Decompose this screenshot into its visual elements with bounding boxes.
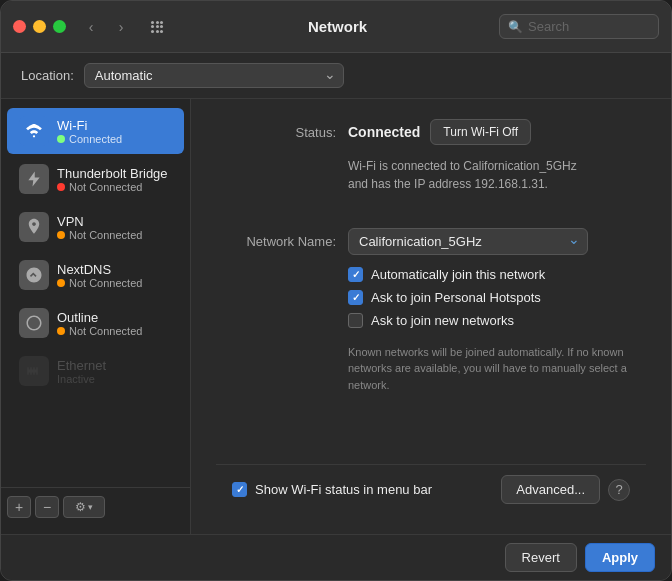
action-buttons-bar: Revert Apply xyxy=(1,534,671,580)
detail-panel: Status: Connected Turn Wi-Fi Off Wi-Fi i… xyxy=(191,99,671,534)
network-name-select[interactable]: Californication_5GHz xyxy=(348,228,588,255)
personal-hotspot-label: Ask to join Personal Hotspots xyxy=(371,290,541,305)
sidebar-thunderbolt-info: Thunderbolt Bridge Not Connected xyxy=(57,166,168,193)
check-mark: ✓ xyxy=(352,269,360,280)
window-title: Network xyxy=(176,18,499,35)
show-wifi-checkbox[interactable]: ✓ xyxy=(232,482,247,497)
thunderbolt-icon xyxy=(19,164,49,194)
revert-button[interactable]: Revert xyxy=(505,543,577,572)
sidebar-item-ethernet[interactable]: Ethernet Inactive xyxy=(7,348,184,394)
show-wifi-check: ✓ xyxy=(236,484,244,495)
show-wifi-label: Show Wi-Fi status in menu bar xyxy=(255,482,432,497)
forward-button[interactable]: › xyxy=(108,17,134,37)
titlebar: ‹ › Network 🔍 xyxy=(1,1,671,53)
sidebar-ethernet-info: Ethernet Inactive xyxy=(57,358,106,385)
advanced-button[interactable]: Advanced... xyxy=(501,475,600,504)
sidebar-outline-status: Not Connected xyxy=(57,325,142,337)
sidebar-vpn-info: VPN Not Connected xyxy=(57,214,142,241)
network-name-row: Network Name: Californication_5GHz xyxy=(216,228,646,255)
sidebar-item-outline[interactable]: Outline Not Connected xyxy=(7,300,184,346)
sidebar: Wi-Fi Connected Thunderbolt Bridge xyxy=(1,99,191,534)
new-networks-label: Ask to join new networks xyxy=(371,313,514,328)
wifi-status-dot xyxy=(57,135,65,143)
sidebar-vpn-status: Not Connected xyxy=(57,229,142,241)
vpn-status-dot xyxy=(57,231,65,239)
maximize-button[interactable] xyxy=(53,20,66,33)
spacer xyxy=(216,409,646,464)
checkboxes-section: ✓ Automatically join this network ✓ Ask … xyxy=(348,267,646,336)
ethernet-icon xyxy=(19,356,49,386)
back-button[interactable]: ‹ xyxy=(78,17,104,37)
vpn-icon xyxy=(19,212,49,242)
status-label: Status: xyxy=(216,125,336,140)
sidebar-nextdns-name: NextDNS xyxy=(57,262,142,277)
location-select[interactable]: Automatic Edit Locations... xyxy=(84,63,344,88)
outline-status-dot xyxy=(57,327,65,335)
status-description: Wi-Fi is connected to Californication_5G… xyxy=(348,157,646,212)
thunderbolt-status-dot xyxy=(57,183,65,191)
main-content: Wi-Fi Connected Thunderbolt Bridge xyxy=(1,99,671,534)
sidebar-wifi-info: Wi-Fi Connected xyxy=(57,118,122,145)
remove-network-button[interactable]: − xyxy=(35,496,59,518)
network-name-label: Network Name: xyxy=(216,234,336,249)
apps-grid-button[interactable] xyxy=(144,17,170,37)
gear-chevron: ▾ xyxy=(88,502,93,512)
sidebar-outline-name: Outline xyxy=(57,310,142,325)
wifi-icon xyxy=(19,116,49,146)
auto-join-row: ✓ Automatically join this network xyxy=(348,267,646,282)
help-button[interactable]: ? xyxy=(608,479,630,501)
network-settings-button[interactable]: ⚙ ▾ xyxy=(63,496,105,518)
network-name-select-wrapper: Californication_5GHz xyxy=(348,228,646,255)
location-select-wrapper: Automatic Edit Locations... xyxy=(84,63,344,88)
nav-buttons: ‹ › xyxy=(78,17,134,37)
minimize-button[interactable] xyxy=(33,20,46,33)
sidebar-vpn-name: VPN xyxy=(57,214,142,229)
known-networks-note: Known networks will be joined automatica… xyxy=(348,344,646,394)
nextdns-icon xyxy=(19,260,49,290)
sidebar-item-thunderbolt[interactable]: Thunderbolt Bridge Not Connected xyxy=(7,156,184,202)
network-window: ‹ › Network 🔍 Location: Automatic Edit L… xyxy=(0,0,672,581)
sidebar-wifi-status: Connected xyxy=(57,133,122,145)
sidebar-wifi-name: Wi-Fi xyxy=(57,118,122,133)
nextdns-status-dot xyxy=(57,279,65,287)
sidebar-outline-info: Outline Not Connected xyxy=(57,310,142,337)
personal-hotspot-checkbox[interactable]: ✓ xyxy=(348,290,363,305)
gear-icon: ⚙ xyxy=(75,500,86,514)
sidebar-item-nextdns[interactable]: NextDNS Not Connected xyxy=(7,252,184,298)
close-button[interactable] xyxy=(13,20,26,33)
add-network-button[interactable]: + xyxy=(7,496,31,518)
new-networks-checkbox[interactable] xyxy=(348,313,363,328)
status-row: Status: Connected Turn Wi-Fi Off xyxy=(216,119,646,145)
location-label: Location: xyxy=(21,68,74,83)
grid-icon xyxy=(151,21,163,33)
sidebar-item-vpn[interactable]: VPN Not Connected xyxy=(7,204,184,250)
sidebar-ethernet-status: Inactive xyxy=(57,373,106,385)
apply-button[interactable]: Apply xyxy=(585,543,655,572)
show-wifi-row: ✓ Show Wi-Fi status in menu bar xyxy=(232,482,501,497)
sidebar-thunderbolt-status: Not Connected xyxy=(57,181,168,193)
auto-join-checkbox[interactable]: ✓ xyxy=(348,267,363,282)
search-input[interactable] xyxy=(528,19,650,34)
traffic-lights xyxy=(13,20,66,33)
auto-join-label: Automatically join this network xyxy=(371,267,545,282)
sidebar-item-wifi[interactable]: Wi-Fi Connected xyxy=(7,108,184,154)
sidebar-nextdns-info: NextDNS Not Connected xyxy=(57,262,142,289)
search-icon: 🔍 xyxy=(508,20,523,34)
status-content: Connected Turn Wi-Fi Off xyxy=(348,119,646,145)
sidebar-ethernet-name: Ethernet xyxy=(57,358,106,373)
outline-icon xyxy=(19,308,49,338)
turn-wifi-off-button[interactable]: Turn Wi-Fi Off xyxy=(430,119,531,145)
sidebar-nextdns-status: Not Connected xyxy=(57,277,142,289)
location-bar: Location: Automatic Edit Locations... xyxy=(1,53,671,99)
bottom-buttons: Advanced... ? xyxy=(501,475,630,504)
check-mark-2: ✓ xyxy=(352,292,360,303)
bottom-bar: ✓ Show Wi-Fi status in menu bar Advanced… xyxy=(216,464,646,514)
search-box[interactable]: 🔍 xyxy=(499,14,659,39)
new-networks-row: Ask to join new networks xyxy=(348,313,646,328)
sidebar-footer: + − ⚙ ▾ xyxy=(1,487,190,526)
sidebar-thunderbolt-name: Thunderbolt Bridge xyxy=(57,166,168,181)
status-value: Connected xyxy=(348,124,420,140)
personal-hotspot-row: ✓ Ask to join Personal Hotspots xyxy=(348,290,646,305)
